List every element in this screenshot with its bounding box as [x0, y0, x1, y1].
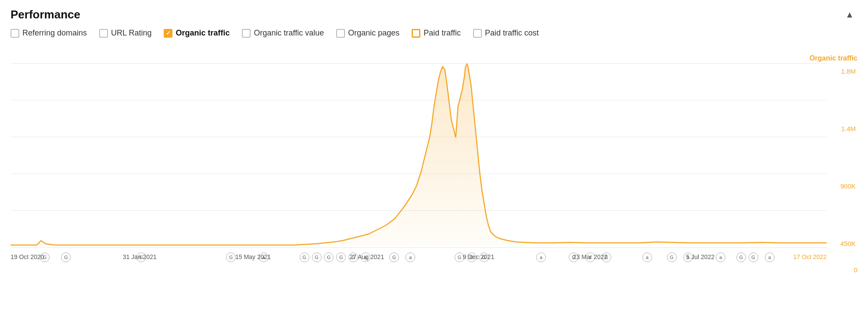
- chart-inner: G G G G a G G G G G a G a G G G a G a G: [11, 63, 827, 247]
- x-label-mar2022: 23 Mar 2022: [573, 253, 608, 260]
- checkbox-organic-traffic-value[interactable]: [242, 29, 251, 38]
- filter-label-organic-traffic: Organic traffic: [176, 28, 230, 38]
- section-header: Performance ▲: [11, 8, 857, 21]
- chart-area-fill: [11, 64, 827, 245]
- checkbox-paid-traffic[interactable]: [412, 29, 420, 38]
- y-label-900k: 900K: [840, 182, 857, 190]
- filter-label-paid-traffic-cost: Paid traffic cost: [485, 28, 539, 38]
- filter-paid-traffic[interactable]: Paid traffic: [412, 28, 461, 38]
- filter-referring-domains[interactable]: Referring domains: [11, 28, 87, 38]
- chart-svg: [11, 63, 827, 247]
- chart-area: Organic traffic: [11, 46, 857, 274]
- checkbox-referring-domains[interactable]: [11, 29, 19, 38]
- filter-paid-traffic-cost[interactable]: Paid traffic cost: [473, 28, 539, 38]
- filter-label-url-rating: URL Rating: [111, 28, 151, 38]
- checkbox-organic-traffic[interactable]: [164, 29, 172, 38]
- performance-section: Performance ▲ Referring domains URL Rati…: [0, 0, 868, 274]
- filter-label-organic-pages: Organic pages: [348, 28, 399, 38]
- x-label-aug2021: 27 Aug 2021: [350, 253, 384, 260]
- x-label-jul2022: 5 Jul 2022: [686, 253, 715, 260]
- x-label-jan2021: 31 Jan 2021: [123, 253, 157, 260]
- x-label-dec2021: 9 Dec 2021: [463, 253, 495, 260]
- y-axis-labels: 1.8M 1.4M 900K 450K: [840, 46, 857, 247]
- grid-line-bottom: [11, 247, 827, 248]
- y-label-1point8m: 1.8M: [840, 68, 857, 75]
- checkbox-organic-pages[interactable]: [336, 29, 345, 38]
- checkbox-url-rating[interactable]: [99, 29, 108, 38]
- x-label-may2021: 15 May 2021: [235, 253, 271, 260]
- y-label-1point4m: 1.4M: [840, 125, 857, 132]
- filter-organic-traffic-value[interactable]: Organic traffic value: [242, 28, 324, 38]
- x-label-oct2022: 17 Oct 2022: [793, 253, 827, 260]
- filters-row: Referring domains URL Rating Organic tra…: [11, 28, 857, 38]
- filter-url-rating[interactable]: URL Rating: [99, 28, 151, 38]
- y-label-450k: 450K: [840, 240, 857, 247]
- checkbox-paid-traffic-cost[interactable]: [473, 29, 482, 38]
- section-title: Performance: [11, 8, 80, 21]
- filter-label-referring-domains: Referring domains: [22, 28, 87, 38]
- filter-label-paid-traffic: Paid traffic: [423, 28, 461, 38]
- filter-label-organic-traffic-value: Organic traffic value: [254, 28, 324, 38]
- filter-organic-traffic[interactable]: Organic traffic: [164, 28, 230, 38]
- y-label-zero: 0: [854, 266, 857, 274]
- x-axis-labels: 19 Oct 2020 31 Jan 2021 15 May 2021 27 A…: [11, 253, 827, 260]
- collapse-button[interactable]: ▲: [842, 8, 857, 21]
- x-label-oct2020: 19 Oct 2020: [11, 253, 44, 260]
- filter-organic-pages[interactable]: Organic pages: [336, 28, 399, 38]
